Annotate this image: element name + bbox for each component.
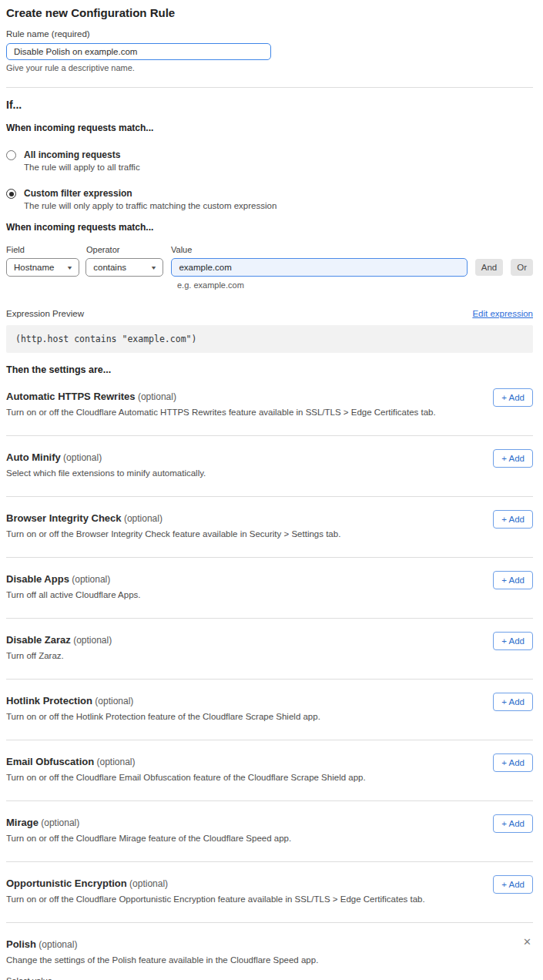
value-input[interactable]	[171, 258, 467, 277]
setting-description: Change the settings of the Polish featur…	[6, 955, 533, 965]
setting-optional-label: (optional)	[39, 817, 79, 828]
value-helper: e.g. example.com	[177, 280, 533, 290]
setting-row: Browser Integrity Check (optional) + Add…	[6, 497, 533, 558]
setting-title-line: Email Obfuscation (optional)	[6, 756, 533, 767]
setting-optional-label: (optional)	[61, 452, 102, 463]
radio-all-incoming-label[interactable]: All incoming requests	[24, 149, 140, 160]
setting-description: Turn on or off the Cloudflare Email Obfu…	[6, 773, 533, 782]
setting-title-line: Hotlink Protection (optional)	[6, 695, 533, 706]
setting-description: Turn on or off the Hotlink Protection fe…	[6, 712, 533, 721]
add-setting-button[interactable]: + Add	[493, 449, 533, 468]
setting-title: Disable Apps	[6, 573, 69, 585]
radio-text: All incoming requests The rule will appl…	[24, 149, 140, 172]
section-divider	[6, 87, 533, 88]
setting-row: Disable Apps (optional) + Add Turn off a…	[6, 558, 533, 619]
rule-name-label: Rule name (required)	[6, 29, 533, 39]
add-setting-button[interactable]: + Add	[493, 753, 533, 772]
setting-title: Email Obfuscation	[6, 756, 94, 767]
setting-title: Mirage	[6, 817, 39, 828]
close-icon[interactable]: ✕	[523, 937, 531, 947]
setting-title: Hotlink Protection	[6, 695, 92, 706]
setting-description: Turn on or off the Cloudflare Opportunis…	[6, 894, 533, 904]
setting-description: Turn on or off the Browser Integrity Che…	[6, 529, 533, 539]
radio-custom-filter-label[interactable]: Custom filter expression	[24, 188, 277, 199]
expression-preview-code: (http.host contains "example.com")	[6, 325, 533, 353]
then-settings-heading: Then the settings are...	[6, 364, 533, 375]
setting-row: Auto Minify (optional) + Add Select whic…	[6, 436, 533, 497]
radio-custom-filter-description: The rule will only apply to traffic matc…	[24, 201, 277, 210]
setting-title-line: Auto Minify (optional)	[6, 451, 533, 463]
setting-description: Turn on or off the Cloudflare Mirage fea…	[6, 834, 533, 843]
setting-title: Opportunistic Encryption	[6, 878, 127, 889]
setting-row: Email Obfuscation (optional) + Add Turn …	[6, 740, 533, 801]
field-label: Field	[6, 245, 86, 254]
field-select[interactable]: Hostname ▼	[6, 258, 79, 277]
expression-preview-row: Expression Preview Edit expression	[6, 309, 533, 318]
setting-title-line: Automatic HTTPS Rewrites (optional)	[6, 391, 533, 402]
create-configuration-rule-page: Create new Configuration Rule Rule name …	[0, 0, 543, 980]
if-heading: If...	[6, 99, 533, 111]
setting-title: Polish	[6, 938, 36, 950]
setting-optional-label: (optional)	[122, 513, 163, 524]
setting-row-polish: Polish (optional) ✕ Change the settings …	[6, 923, 533, 980]
setting-title: Disable Zaraz	[6, 634, 71, 646]
radio-all-incoming-requests[interactable]	[6, 150, 16, 160]
setting-optional-label: (optional)	[127, 878, 168, 889]
setting-optional-label: (optional)	[71, 635, 112, 646]
setting-row: Hotlink Protection (optional) + Add Turn…	[6, 680, 533, 740]
setting-optional-label: (optional)	[94, 757, 135, 767]
operator-select-value: contains	[93, 263, 126, 272]
setting-title-line: Disable Apps (optional)	[6, 573, 533, 585]
setting-description: Turn on or off the Cloudflare Automatic …	[6, 408, 533, 417]
setting-title: Browser Integrity Check	[6, 512, 122, 524]
setting-description: Select which file extensions to minify a…	[6, 468, 533, 478]
radio-custom-filter-expression[interactable]	[6, 189, 16, 199]
page-title: Create new Configuration Rule	[6, 6, 533, 19]
chevron-down-icon: ▼	[66, 265, 73, 270]
setting-optional-label: (optional)	[36, 939, 77, 950]
add-setting-button[interactable]: + Add	[493, 510, 533, 529]
setting-title-line: Disable Zaraz (optional)	[6, 634, 533, 646]
setting-title-line: Opportunistic Encryption (optional)	[6, 878, 533, 889]
rule-name-input[interactable]	[6, 43, 271, 60]
radio-row-all-incoming: All incoming requests The rule will appl…	[6, 149, 533, 172]
add-setting-button[interactable]: + Add	[493, 693, 533, 711]
match-type-heading: When incoming requests match...	[6, 123, 533, 133]
setting-row: Mirage (optional) + Add Turn on or off t…	[6, 801, 533, 862]
setting-optional-label: (optional)	[69, 574, 110, 585]
setting-row: Disable Zaraz (optional) + Add Turn off …	[6, 619, 533, 680]
add-setting-button[interactable]: + Add	[493, 571, 533, 589]
or-button[interactable]: Or	[511, 259, 533, 276]
field-select-value: Hostname	[14, 263, 54, 272]
setting-title: Auto Minify	[6, 451, 61, 463]
chevron-down-icon: ▼	[150, 265, 157, 270]
setting-optional-label: (optional)	[136, 391, 176, 402]
setting-row: Opportunistic Encryption (optional) + Ad…	[6, 862, 533, 923]
operator-select[interactable]: contains ▼	[85, 258, 163, 277]
setting-title-line: Polish (optional)	[6, 938, 533, 950]
setting-optional-label: (optional)	[92, 696, 133, 706]
setting-title-line: Browser Integrity Check (optional)	[6, 512, 533, 524]
and-button[interactable]: And	[475, 259, 503, 276]
expression-preview-label: Expression Preview	[6, 309, 84, 318]
radio-all-incoming-description: The rule will apply to all traffic	[24, 163, 140, 172]
value-label: Value	[171, 245, 192, 254]
settings-list: Automatic HTTPS Rewrites (optional) + Ad…	[6, 375, 533, 923]
radio-text: Custom filter expression The rule will o…	[24, 188, 277, 210]
setting-description: Turn off Zaraz.	[6, 651, 533, 660]
operator-label: Operator	[86, 245, 171, 254]
rule-name-helper: Give your rule a descriptive name.	[6, 63, 533, 72]
setting-title-line: Mirage (optional)	[6, 817, 533, 828]
radio-row-custom-filter: Custom filter expression The rule will o…	[6, 188, 533, 210]
add-setting-button[interactable]: + Add	[493, 632, 533, 650]
setting-description: Turn off all active Cloudflare Apps.	[6, 590, 533, 599]
expression-builder-heading: When incoming requests match...	[6, 222, 533, 233]
setting-title: Automatic HTTPS Rewrites	[6, 391, 136, 402]
polish-select-label: Select value	[6, 976, 533, 980]
builder-labels-row: Field Operator Value	[6, 245, 533, 254]
edit-expression-link[interactable]: Edit expression	[472, 309, 533, 318]
add-setting-button[interactable]: + Add	[493, 388, 533, 407]
add-setting-button[interactable]: + Add	[493, 875, 533, 894]
add-setting-button[interactable]: + Add	[493, 814, 533, 833]
setting-row: Automatic HTTPS Rewrites (optional) + Ad…	[6, 375, 533, 436]
